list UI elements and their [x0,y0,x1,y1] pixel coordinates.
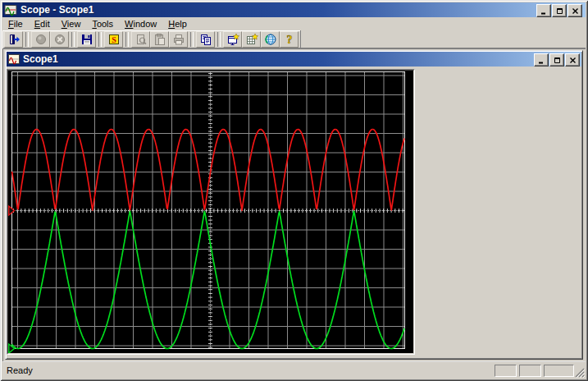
app-icon [4,3,17,16]
menu-file[interactable]: File [2,18,29,30]
maximize-button[interactable] [552,4,567,17]
close-button[interactable] [567,4,582,17]
web-icon [264,33,277,46]
paste-button [150,31,169,48]
toolbar-separator [217,32,221,47]
save-button[interactable] [77,31,96,48]
close-icon [569,57,577,64]
resize-grip[interactable] [573,366,585,378]
copy-button[interactable] [196,31,215,48]
child-close-button[interactable] [565,53,580,67]
stop-icon [53,33,66,46]
menu-view[interactable]: View [56,18,87,30]
toolbar: S? [2,30,586,48]
toolbar-separator [125,32,129,47]
save-icon [80,33,93,46]
scope-settings-icon: S [107,33,121,46]
display-options-icon [226,33,239,46]
application-window: Scope - Scope1 FileEditViewToolsWindowHe… [0,0,588,381]
control-panel: SampleDispTrig Time Base CH11V/DIVCH2.5V… [417,69,581,355]
status-bar: Ready [2,361,586,379]
scope-doc-icon [8,53,20,65]
status-pane-2 [519,365,541,377]
window-title: Scope - Scope1 [21,4,93,16]
waveform-plot [8,71,413,353]
exit-icon [7,33,21,46]
record-button [31,31,50,48]
copy-icon [199,33,212,46]
menu-window[interactable]: Window [119,18,162,30]
child-window-title: Scope1 [23,53,58,65]
record-icon [34,33,48,46]
status-message: Ready [7,365,33,375]
web-button[interactable] [261,31,280,48]
help-button[interactable]: ? [280,31,299,48]
help-icon: ? [283,33,296,46]
svg-text:?: ? [286,34,292,46]
toolbar-separator [190,32,194,47]
menu-help[interactable]: Help [162,18,193,30]
print-preview-icon [134,33,148,46]
menu-bar: FileEditViewToolsWindowHelp [2,17,586,30]
graticule-grid [12,72,405,349]
status-pane-3 [544,365,574,377]
scope-display [7,69,415,355]
print-icon [172,33,185,46]
toolbar-separator [25,32,29,47]
display-options-button[interactable] [223,31,242,48]
child-minimize-button[interactable] [534,53,549,67]
minimize-icon [538,57,545,64]
close-icon [572,7,579,15]
title-bar[interactable]: Scope - Scope1 [2,2,586,17]
toolbar-separator [98,32,102,47]
menu-edit[interactable]: Edit [29,18,56,30]
axis-ticks [14,74,403,348]
child-title-bar[interactable]: Scope1 [7,52,581,67]
menu-tools[interactable]: Tools [86,18,119,30]
minimize-icon [540,7,548,15]
grid-options-icon [245,33,258,46]
svg-text:S: S [112,34,116,44]
exit-button[interactable] [4,31,23,48]
toolbar-separator [71,32,75,47]
scope-settings-button[interactable]: S [104,31,123,48]
maximize-icon [554,57,561,64]
maximize-icon [556,7,563,15]
stop-button [50,31,69,48]
grid-options-button[interactable] [242,31,261,48]
status-pane-1 [495,365,517,377]
resize-grip-icon [573,366,585,378]
paste-icon [153,33,166,46]
child-maximize-button[interactable] [549,53,564,67]
print-button [169,31,188,48]
print-preview-button [131,31,150,48]
minimize-button[interactable] [536,4,551,17]
